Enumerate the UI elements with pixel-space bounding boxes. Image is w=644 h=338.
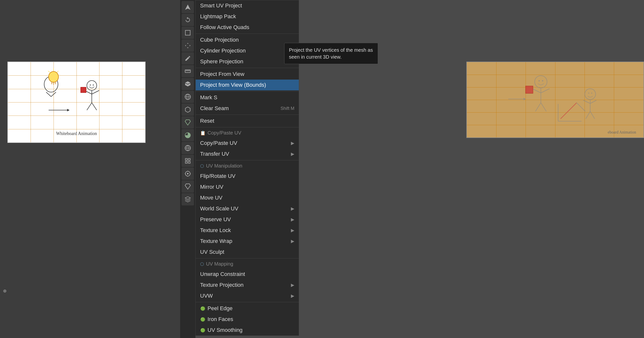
tool-cursor[interactable] bbox=[182, 1, 194, 13]
tool-gem[interactable] bbox=[182, 116, 194, 129]
menu-item-texture-projection-label: Texture Projection bbox=[200, 282, 288, 288]
menu-item-texture-wrap-label: Texture Wrap bbox=[200, 238, 288, 244]
menu-item-mark-seam[interactable]: Mark S bbox=[196, 92, 299, 103]
menu-item-world-scale-uv-label: World Scale UV bbox=[200, 205, 288, 212]
separator-6 bbox=[196, 160, 299, 160]
copy-paste-uv-arrow: ▶ bbox=[291, 141, 294, 146]
tool-sphere[interactable] bbox=[182, 91, 194, 103]
toolbar-strip bbox=[180, 0, 196, 338]
menu-item-iron-faces[interactable]: 🟢 Iron Faces bbox=[196, 314, 299, 325]
svg-point-49 bbox=[187, 173, 189, 175]
separator-8 bbox=[196, 302, 299, 302]
section-copy-paste-label: Copy/Paste UV bbox=[208, 130, 241, 136]
svg-line-71 bbox=[586, 111, 590, 119]
menu-item-lightmap-pack[interactable]: Lightmap Pack bbox=[196, 11, 299, 22]
menu-item-copy-paste-uv-label: Copy/Paste UV bbox=[200, 140, 288, 146]
menu-item-transfer-uv[interactable]: Transfer UV ▶ bbox=[196, 149, 299, 160]
tooltip-text: Project the UV vertices of the mesh as s… bbox=[289, 47, 373, 60]
texture-wrap-arrow: ▶ bbox=[291, 238, 294, 244]
svg-line-61 bbox=[541, 103, 546, 111]
svg-point-55 bbox=[539, 80, 540, 82]
menu-item-cube-projection-label: Cube Projection bbox=[200, 37, 294, 43]
tool-annotate[interactable] bbox=[182, 52, 194, 65]
tool-cube-2[interactable] bbox=[182, 103, 194, 116]
svg-point-67 bbox=[591, 93, 592, 94]
svg-line-72 bbox=[590, 111, 595, 119]
whiteboard-canvas: Whiteboard Animation bbox=[8, 62, 146, 143]
right-area: Smart UV Project Lightmap Pack Follow Ac… bbox=[180, 0, 644, 338]
menu-item-project-from-view-bounds[interactable]: Project from View (Bounds) bbox=[196, 80, 299, 90]
menu-item-mark-seam-label: Mark S bbox=[200, 94, 294, 101]
svg-line-9 bbox=[48, 71, 50, 72]
section-icon-copy-paste: 📋 bbox=[200, 130, 206, 136]
svg-rect-62 bbox=[526, 86, 533, 93]
separator-7 bbox=[196, 258, 299, 258]
menu-item-reset[interactable]: Reset bbox=[196, 116, 299, 126]
tool-measure[interactable] bbox=[182, 65, 194, 77]
section-uv-manipulation-label: UV Manipulation bbox=[206, 163, 242, 169]
tool-select-box[interactable] bbox=[182, 27, 194, 39]
tool-box4[interactable] bbox=[182, 193, 194, 205]
svg-line-17 bbox=[92, 103, 97, 110]
svg-line-69 bbox=[583, 100, 590, 103]
menu-item-project-from-view[interactable]: Project From View bbox=[196, 69, 299, 80]
menu-item-follow-active-quads[interactable]: Follow Active Quads bbox=[196, 22, 299, 33]
menu-item-project-from-view-label: Project From View bbox=[200, 71, 294, 77]
menu-item-clear-seam[interactable]: Clear Seam Shift M bbox=[196, 103, 299, 114]
menu-item-uvw[interactable]: UVW ▶ bbox=[196, 291, 299, 301]
menu-item-world-scale-uv[interactable]: World Scale UV ▶ bbox=[196, 203, 299, 214]
uv-preview-label: eboard Animation bbox=[608, 130, 636, 135]
menu-item-uv-smoothing[interactable]: 🟢 UV Smoothing bbox=[196, 325, 299, 336]
svg-point-54 bbox=[535, 76, 547, 88]
svg-point-10 bbox=[87, 81, 97, 90]
tool-gem2[interactable] bbox=[182, 180, 194, 193]
menu-item-flip-rotate-uv[interactable]: Flip/Rotate UV bbox=[196, 171, 299, 181]
menu-item-copy-paste-uv[interactable]: Copy/Paste UV ▶ bbox=[196, 138, 299, 149]
menu-item-cylinder-projection[interactable]: Cylinder Projection bbox=[196, 45, 299, 56]
menu-item-texture-projection[interactable]: Texture Projection ▶ bbox=[196, 280, 299, 291]
svg-point-56 bbox=[542, 80, 543, 82]
section-icon-uv-mapping: ⬡ bbox=[200, 261, 204, 267]
menu-item-unwrap-constraint[interactable]: Unwrap Constraint bbox=[196, 269, 299, 280]
tool-rotate[interactable] bbox=[182, 14, 194, 26]
section-uv-mapping: ⬡ UV Mapping bbox=[196, 259, 299, 269]
tool-box3d[interactable] bbox=[182, 155, 194, 167]
tool-cube-1[interactable] bbox=[182, 78, 194, 90]
menu-item-move-uv[interactable]: Move UV bbox=[196, 192, 299, 203]
section-uv-mapping-label: UV Mapping bbox=[206, 261, 233, 267]
tool-transform[interactable] bbox=[182, 39, 194, 52]
menu-item-project-from-view-bounds-label: Project from View (Bounds) bbox=[200, 82, 294, 88]
svg-line-16 bbox=[87, 103, 92, 110]
menu-item-texture-wrap[interactable]: Texture Wrap ▶ bbox=[196, 236, 299, 247]
svg-line-60 bbox=[536, 103, 541, 111]
tool-pie[interactable] bbox=[182, 129, 194, 141]
separator-2 bbox=[196, 68, 299, 68]
menu-item-preserve-uv[interactable]: Preserve UV ▶ bbox=[196, 214, 299, 225]
section-uv-manipulation: ⬡ UV Manipulation bbox=[196, 161, 299, 171]
peel-edge-icon: 🟢 bbox=[200, 306, 206, 311]
svg-rect-42 bbox=[185, 30, 190, 35]
clear-seam-shortcut: Shift M bbox=[280, 106, 294, 111]
tool-snap[interactable] bbox=[182, 168, 194, 180]
separator-3 bbox=[196, 91, 299, 91]
uv-smoothing-icon: 🟢 bbox=[200, 328, 206, 333]
menu-item-sphere-projection[interactable]: Sphere Projection bbox=[196, 56, 299, 67]
svg-line-75 bbox=[577, 103, 585, 111]
svg-point-3 bbox=[48, 71, 58, 82]
tool-globe[interactable] bbox=[182, 142, 194, 154]
section-icon-uv-manipulation: ⬡ bbox=[200, 163, 204, 169]
menu-item-iron-faces-label: Iron Faces bbox=[208, 316, 294, 323]
menu-item-cube-projection[interactable]: Cube Projection bbox=[196, 34, 299, 45]
svg-line-58 bbox=[532, 89, 541, 93]
menu-item-uv-smoothing-label: UV Smoothing bbox=[208, 327, 294, 333]
menu-item-mirror-uv[interactable]: Mirror UV bbox=[196, 181, 299, 192]
menu-item-smart-uv[interactable]: Smart UV Project bbox=[196, 0, 299, 11]
svg-line-1 bbox=[46, 92, 51, 97]
separator-4 bbox=[196, 115, 299, 115]
svg-point-65 bbox=[585, 89, 596, 100]
transfer-uv-arrow: ▶ bbox=[291, 151, 294, 157]
menu-item-texture-lock[interactable]: Texture Lock ▶ bbox=[196, 225, 299, 236]
menu-item-uv-sculpt[interactable]: UV Sculpt bbox=[196, 247, 299, 257]
menu-item-peel-edge[interactable]: 🟢 Peel Edge bbox=[196, 303, 299, 314]
iron-faces-icon: 🟢 bbox=[200, 317, 206, 322]
